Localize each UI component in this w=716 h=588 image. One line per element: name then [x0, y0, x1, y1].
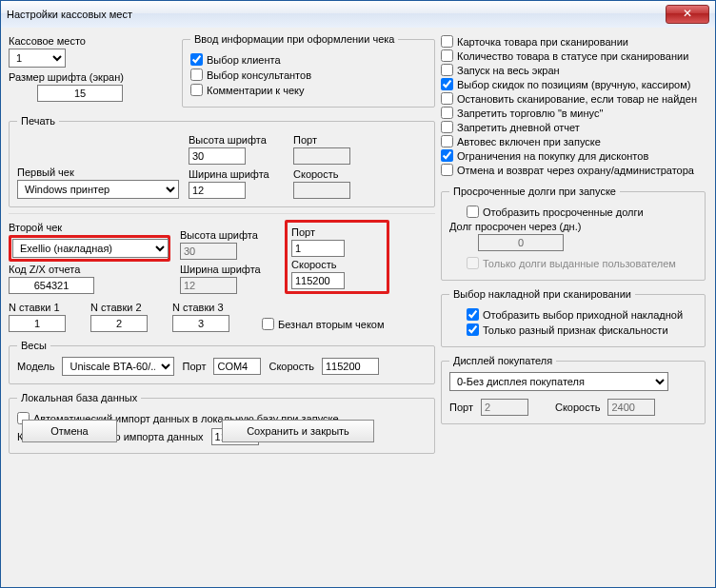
receipt-comments-label: Комментарии к чеку [207, 85, 305, 96]
font-size-input[interactable] [37, 85, 123, 102]
zx-label: Код Z/X отчета [9, 264, 170, 275]
opt-fullscreen[interactable] [441, 64, 453, 76]
display-group: Дисплей покупателя 0-Без дисплея покупат… [441, 355, 706, 424]
opt-no-daily[interactable] [441, 121, 453, 133]
rate3-label: N ставки 3 [172, 302, 239, 313]
cash-place-label: Кассовое место [9, 35, 169, 47]
left-column: Кассовое место 1 Размер шрифта (экран) В… [9, 33, 435, 454]
display-select[interactable]: 0-Без дисплея покупателя [449, 372, 668, 391]
debts-group: Просроченные долги при запуске Отобразит… [441, 186, 706, 281]
localdb-legend: Локальная база данных [17, 392, 141, 403]
rate2-input[interactable] [90, 315, 148, 332]
scales-legend: Весы [17, 340, 50, 351]
cash-place-select[interactable]: 1 [9, 49, 66, 68]
receipt-input-legend: Ввод информации при оформлении чека [190, 33, 398, 45]
opt-guard-return-label: Отмена и возврат через охрану/администра… [457, 165, 694, 176]
opt-autoweight-label: Автовес включен при запуске [457, 136, 601, 147]
invoice-diff-label: Только разный признак фискальности [483, 324, 668, 336]
opt-qty-on-scan-label: Количество товара в статусе при сканиров… [457, 50, 688, 62]
cashless-second-label: Безнал вторым чеком [278, 319, 385, 330]
opt-discounts[interactable] [441, 78, 453, 90]
opt-qty-on-scan[interactable] [441, 49, 453, 62]
second-port-input[interactable] [291, 240, 345, 257]
display-speed-input [607, 399, 655, 416]
opt-discount-limits[interactable] [441, 149, 453, 162]
scales-port-input[interactable] [213, 358, 261, 375]
first-fheight-label: Высота шрифта [189, 134, 284, 146]
opt-discounts-label: Выбор скидок по позициям (вручную, касси… [457, 79, 690, 90]
scales-group: Весы Модель Uniscale BTA-60/... Порт Ско… [9, 340, 435, 384]
debts-show-check[interactable] [467, 206, 479, 218]
scales-speed-label: Скорость [268, 361, 314, 372]
invoice-group: Выбор накладной при сканировании Отобраз… [441, 288, 706, 347]
opt-guard-return[interactable] [441, 164, 453, 176]
scales-model-select[interactable]: Uniscale BTA-60/... [62, 357, 174, 376]
print-legend: Печать [17, 115, 59, 127]
first-fwidth-input[interactable] [189, 182, 246, 199]
opt-card-on-scan[interactable] [441, 35, 453, 48]
first-speed-label: Скорость [293, 168, 398, 180]
close-icon: ✕ [683, 7, 692, 20]
second-fwidth-input [180, 277, 237, 294]
opt-stop-notfound-label: Остановить сканирование, если товар не н… [457, 93, 697, 105]
font-size-label: Размер шрифта (экран) [9, 71, 169, 83]
invoice-legend: Выбор накладной при сканировании [449, 288, 635, 300]
opt-autoweight[interactable] [441, 135, 453, 147]
second-port-speed-highlight: Порт Скорость [285, 220, 389, 294]
receipt-comments-check[interactable] [190, 84, 203, 96]
scales-speed-input[interactable] [322, 358, 379, 375]
first-port-label: Порт [293, 134, 398, 146]
rate1-input[interactable] [9, 315, 66, 332]
rate2-label: N ставки 2 [90, 302, 157, 313]
second-receipt-label: Второй чек [9, 222, 170, 233]
display-port-label: Порт [449, 402, 473, 413]
second-speed-input[interactable] [291, 272, 345, 289]
first-printer-select[interactable]: Windows принтер [17, 180, 179, 199]
choose-client-check[interactable] [190, 53, 203, 66]
second-fheight-input [180, 243, 237, 260]
first-fheight-input[interactable] [189, 147, 246, 165]
save-button[interactable]: Сохранить и закрыть [222, 420, 374, 442]
window-title: Настройки кассовых мест [7, 9, 666, 20]
display-port-input [481, 399, 528, 416]
second-fheight-label: Высота шрифта [180, 229, 275, 241]
opt-no-daily-label: Запретить дневной отчет [457, 122, 580, 133]
first-fwidth-label: Ширина шрифта [189, 168, 284, 180]
right-column: Карточка товара при сканировании Количес… [441, 33, 706, 424]
cancel-button[interactable]: Отмена [22, 420, 117, 442]
second-fwidth-label: Ширина шрифта [180, 264, 275, 275]
debts-after-input [478, 234, 564, 251]
debts-onlyuser-check [467, 257, 479, 269]
first-port-input [293, 147, 350, 165]
opt-stop-notfound[interactable] [441, 92, 453, 105]
print-group: Печать Первый чек Windows принтер Высота… [9, 115, 435, 207]
debts-show-label: Отобразить просроченные долги [483, 206, 644, 218]
rate1-label: N ставки 1 [9, 302, 75, 313]
titlebar: Настройки кассовых мест ✕ [1, 1, 715, 29]
rate3-input[interactable] [172, 315, 229, 332]
second-printer-select[interactable]: Exellio (накладная) [12, 239, 169, 258]
debts-onlyuser-label: Только долги выданные пользователем [483, 258, 676, 269]
window-body: Кассовое место 1 Размер шрифта (экран) В… [1, 28, 715, 587]
close-button[interactable]: ✕ [666, 5, 709, 24]
cashless-second-check[interactable] [262, 318, 274, 330]
opt-fullscreen-label: Запуск на весь экран [457, 65, 560, 76]
scales-model-label: Модель [17, 361, 54, 372]
invoice-show-label: Отобразить выбор приходной накладной [483, 309, 683, 321]
receipt-input-group: Ввод информации при оформлении чека Выбо… [182, 33, 435, 108]
first-receipt-label: Первый чек [17, 167, 179, 178]
debts-legend: Просроченные долги при запуске [449, 186, 620, 197]
opt-no-minus[interactable] [441, 107, 453, 119]
scales-port-label: Порт [182, 361, 206, 372]
display-speed-label: Скорость [555, 402, 601, 413]
invoice-diff-check[interactable] [467, 323, 479, 336]
second-speed-label: Скорость [291, 259, 383, 270]
zx-input[interactable] [9, 277, 94, 294]
second-port-label: Порт [291, 226, 383, 238]
choose-consultants-label: Выбор консультантов [207, 69, 311, 81]
second-receipt-block: Второй чек Exellio (накладная) Код Z/X о… [9, 220, 435, 332]
choose-consultants-check[interactable] [190, 69, 203, 81]
window: Настройки кассовых мест ✕ Кассовое место… [0, 0, 716, 588]
invoice-show-check[interactable] [467, 308, 479, 321]
display-legend: Дисплей покупателя [449, 355, 556, 366]
